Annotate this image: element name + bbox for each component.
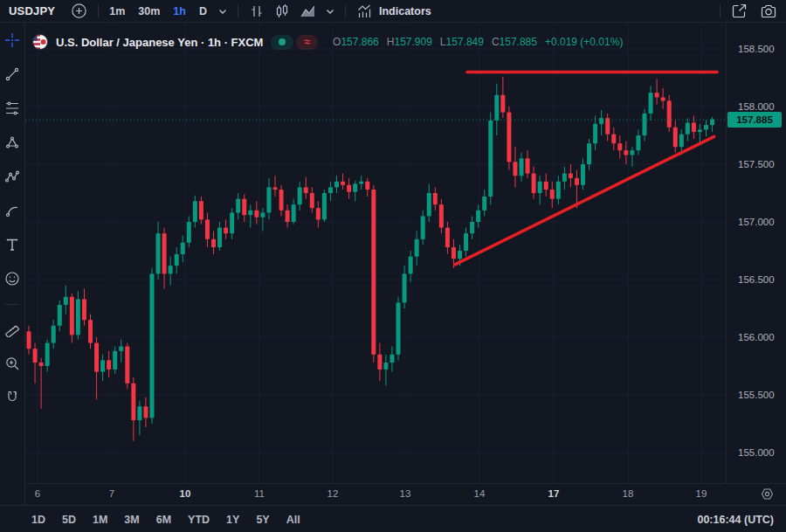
candle-body (673, 128, 678, 147)
add-symbol-icon[interactable] (71, 3, 87, 19)
trading-app: USDJPY 1m30m1hD (0, 0, 786, 532)
candle-body (427, 193, 431, 216)
delayed-data-badge[interactable]: ≈ (296, 35, 318, 50)
candle-body (538, 182, 542, 193)
candle-body (409, 257, 413, 274)
candle-body (248, 211, 252, 215)
interval-1h[interactable]: 1h (173, 5, 186, 17)
text-tool[interactable] (2, 234, 23, 255)
candle-body (692, 122, 696, 132)
range-5d[interactable]: 5D (62, 514, 76, 526)
toolbar-divider (98, 4, 99, 17)
candle-body (100, 360, 105, 371)
candle-body (310, 193, 314, 208)
emoji-tool[interactable] (2, 268, 23, 289)
measure-tool[interactable] (2, 319, 23, 340)
candle-body (236, 199, 240, 213)
range-6m[interactable]: 6M (156, 514, 171, 526)
candle-body (137, 406, 141, 420)
price-axis-label: 158.000 (738, 100, 775, 113)
candle-body (704, 125, 708, 129)
chevron-down-icon[interactable] (326, 8, 334, 15)
axis-settings-icon[interactable] (760, 487, 775, 503)
candle-body (119, 347, 123, 351)
candle-body (266, 187, 271, 212)
pattern-tool[interactable] (2, 132, 23, 153)
area-style-icon[interactable] (300, 3, 316, 19)
prediction-tool[interactable] (2, 166, 23, 187)
candle-body (33, 349, 38, 363)
magnet-tool[interactable] (2, 387, 23, 408)
price-axis-label: 156.500 (738, 273, 775, 286)
candle-body (58, 305, 62, 326)
range-3m[interactable]: 3M (124, 514, 139, 526)
chart-pane[interactable]: U.S. Dollar / Japanese Yen · 1h · FXCM ≈… (25, 23, 726, 483)
trend-line-tool[interactable] (2, 64, 23, 85)
market-open-badge[interactable] (271, 35, 293, 50)
candle-body (273, 187, 278, 190)
candle-body (199, 201, 203, 219)
candle-body (193, 201, 197, 222)
bar-change-icon[interactable] (249, 3, 265, 19)
candle-body (458, 251, 462, 259)
range-5y[interactable]: 5Y (256, 514, 269, 526)
zoom-tool[interactable] (2, 353, 23, 374)
candle-body (452, 247, 456, 259)
top-toolbar: USDJPY 1m30m1hD (0, 0, 786, 23)
range-all[interactable]: All (286, 514, 300, 526)
candle-body (494, 95, 499, 121)
candle-body (254, 211, 259, 218)
symbol-title[interactable]: U.S. Dollar / Japanese Yen · 1h · FXCM (56, 36, 263, 49)
candle-body (396, 302, 401, 354)
crosshair-tool[interactable] (2, 30, 23, 51)
candles-style-icon[interactable] (274, 3, 290, 19)
bottom-toolbar: 1D5D1M3M6MYTD1Y5YAll 00:16:44 (UTC) (0, 505, 786, 532)
range-1y[interactable]: 1Y (226, 514, 239, 526)
symbol-name[interactable]: USDJPY (9, 4, 55, 17)
price-axis-label: 157.500 (738, 158, 775, 170)
candle-body (162, 233, 167, 273)
candle-body (643, 114, 647, 135)
candle-body (39, 363, 44, 366)
candle-body (476, 211, 480, 222)
market-open-dot-icon (279, 38, 286, 45)
candle-body (169, 266, 173, 273)
candle-body (630, 150, 634, 155)
interval-30m[interactable]: 30m (138, 5, 160, 17)
price-axis[interactable]: 157.885 158.500158.000157.500157.000156.… (726, 23, 786, 483)
range-1m[interactable]: 1M (93, 514, 107, 526)
candle-body (316, 208, 321, 219)
candlestick-chart[interactable] (25, 23, 726, 483)
range-1d[interactable]: 1D (31, 514, 45, 526)
indicators-button[interactable]: Indicators (356, 3, 431, 19)
candle-body (322, 193, 327, 219)
support-trendline[interactable] (455, 136, 714, 265)
time-axis[interactable]: 671011121314171819 (25, 483, 786, 506)
chart-row: U.S. Dollar / Japanese Yen · 1h · FXCM ≈… (25, 23, 786, 483)
candle-body (286, 211, 290, 222)
price-axis-label: 155.000 (738, 446, 775, 459)
candle-body (371, 190, 376, 355)
time-axis-label: 13 (400, 488, 411, 499)
candle-body (328, 187, 333, 193)
interval-d[interactable]: D (199, 5, 207, 17)
toolbar-divider (720, 4, 720, 17)
price-axis-label: 157.000 (738, 216, 775, 228)
time-axis-label: 18 (623, 488, 634, 499)
fib-retracement-tool[interactable] (2, 98, 23, 119)
timezone-clock[interactable]: 00:16:44 (UTC) (697, 514, 774, 526)
brush-tool[interactable] (2, 200, 23, 221)
indicators-label: Indicators (379, 5, 431, 17)
range-ytd[interactable]: YTD (188, 514, 210, 526)
publish-icon[interactable] (731, 3, 748, 19)
candle-body (636, 135, 640, 150)
interval-1m[interactable]: 1m (109, 5, 125, 17)
candle-body (679, 135, 684, 148)
chevron-down-icon[interactable] (218, 8, 227, 15)
camera-icon[interactable] (760, 3, 777, 19)
candle-body (143, 406, 148, 418)
candle-body (415, 239, 419, 257)
candle-body (611, 135, 616, 144)
candle-body (686, 122, 690, 134)
candle-body (45, 343, 50, 366)
